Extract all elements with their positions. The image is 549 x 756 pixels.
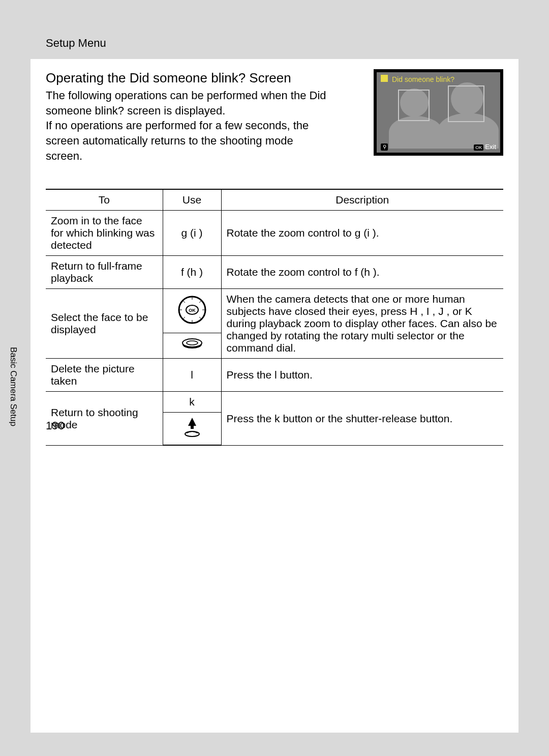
table-row: Select the face to be displayed <box>46 289 503 333</box>
cell-use: f (h ) <box>163 256 221 289</box>
lcd-screenshot: Did someone blink? ⚲ OKExit <box>374 69 503 156</box>
col-header-desc: Description <box>221 189 503 211</box>
table-row: Return to shooting mode k Press the k bu… <box>46 392 503 413</box>
cell-to: Return to full-frame playback <box>46 256 163 289</box>
cell-desc: When the camera detects that one or more… <box>221 289 503 359</box>
cell-use-multi-selector: OK <box>163 289 221 333</box>
operations-table: To Use Description Zoom in to the face f… <box>46 189 503 446</box>
cell-use-command-dial <box>163 333 221 359</box>
face-mode-icon <box>381 75 388 82</box>
command-dial-icon <box>180 341 204 353</box>
svg-line-5 <box>183 301 185 303</box>
intro-paragraph-1: The following operations can be performe… <box>46 88 330 118</box>
cell-to: Zoom in to the face for which blinking w… <box>46 211 163 256</box>
svg-rect-15 <box>191 424 194 429</box>
cell-to: Delete the picture taken <box>46 359 163 392</box>
col-header-use: Use <box>163 189 221 211</box>
svg-text:OK: OK <box>189 308 196 313</box>
section-header: Setup Menu <box>46 20 503 50</box>
shutter-release-icon <box>181 428 203 440</box>
cell-to: Return to shooting mode <box>46 392 163 446</box>
table-row: Delete the picture taken l Press the l b… <box>46 359 503 392</box>
face-detection-box <box>398 90 430 121</box>
cell-use: g (i ) <box>163 211 221 256</box>
table-row: Zoom in to the face for which blinking w… <box>46 211 503 256</box>
svg-line-7 <box>199 301 201 303</box>
svg-point-12 <box>182 339 202 347</box>
svg-line-6 <box>199 317 201 319</box>
intro-paragraph-2: If no operations are performed for a few… <box>46 118 330 163</box>
cell-desc: Rotate the zoom control to g (i ). <box>221 211 503 256</box>
table-row: Return to full-frame playback f (h ) Rot… <box>46 256 503 289</box>
magnify-icon: ⚲ <box>381 143 388 151</box>
page-number: 190 <box>46 419 65 432</box>
cell-desc: Rotate the zoom control to f (h ). <box>221 256 503 289</box>
cell-desc: Press the k button or the shutter-releas… <box>221 392 503 446</box>
cell-desc: Press the l button. <box>221 359 503 392</box>
multi-selector-icon: OK <box>177 315 207 327</box>
face-detection-box <box>448 85 484 122</box>
side-section-label: Basic Camera Setup <box>8 347 18 426</box>
col-header-to: To <box>46 189 163 211</box>
header-band: Setup Menu <box>30 20 518 59</box>
exit-label: OKExit <box>474 143 496 151</box>
cell-use-shutter <box>163 413 221 446</box>
cell-use: k <box>163 392 221 413</box>
cell-use: l <box>163 359 221 392</box>
ok-icon: OK <box>474 144 483 151</box>
cell-to: Select the face to be displayed <box>46 289 163 359</box>
svg-line-8 <box>183 317 185 319</box>
